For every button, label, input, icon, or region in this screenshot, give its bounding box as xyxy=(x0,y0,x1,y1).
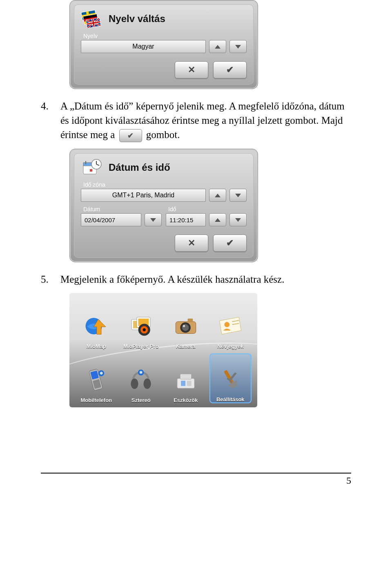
settings-icon xyxy=(216,365,245,394)
calendar-clock-icon xyxy=(81,158,104,177)
step-number: 4. xyxy=(41,99,53,142)
check-icon: ✔ xyxy=(226,65,234,75)
chevron-down-icon xyxy=(235,194,241,197)
phone-icon: ✽ xyxy=(82,366,111,395)
cancel-button[interactable]: ✕ xyxy=(175,235,208,252)
chevron-down-icon xyxy=(150,218,156,222)
chevron-down-icon xyxy=(235,218,241,222)
app-beallitasok[interactable]: Beállítások xyxy=(209,353,252,403)
language-value[interactable]: Magyar xyxy=(81,40,206,53)
app-label: Sztereó xyxy=(131,397,151,403)
app-sztereo[interactable]: ✽ Sztereó xyxy=(120,353,163,403)
main-screen: MioMap MioPlayer Pro xyxy=(69,293,257,407)
app-kamera[interactable]: Kamera xyxy=(165,299,207,349)
datetime-dialog: Dátum és idő Idő zóna GMT+1 Paris, Madri… xyxy=(69,149,258,262)
timezone-down-button[interactable] xyxy=(229,189,247,202)
step-number: 5. xyxy=(41,272,53,286)
chevron-up-icon xyxy=(215,194,220,197)
check-icon: ✔ xyxy=(127,131,134,141)
svg-rect-49 xyxy=(180,374,191,380)
confirm-button[interactable]: ✔ xyxy=(213,61,247,78)
svg-text:✽: ✽ xyxy=(139,371,143,375)
app-mioplayer[interactable]: MioPlayer Pro xyxy=(120,299,163,349)
svg-text:✽: ✽ xyxy=(100,371,103,376)
app-label: MioMap xyxy=(87,343,106,349)
contacts-icon xyxy=(216,312,245,341)
x-icon: ✕ xyxy=(188,65,195,75)
app-label: MioPlayer Pro xyxy=(123,343,159,349)
language-down-button[interactable] xyxy=(229,40,247,53)
step-4-text: 4. A „Dátum és idő” képernyő jelenik meg… xyxy=(41,99,351,142)
cancel-button[interactable]: ✕ xyxy=(175,61,208,78)
flags-icon xyxy=(81,9,104,29)
field-label-time: Idő xyxy=(168,206,247,212)
app-label: Mobiltelefon xyxy=(80,397,112,403)
date-down-button[interactable] xyxy=(145,213,162,226)
svg-point-36 xyxy=(225,322,230,327)
check-icon: ✔ xyxy=(226,238,234,248)
svg-rect-50 xyxy=(181,381,185,386)
language-up-button[interactable] xyxy=(209,40,226,53)
time-down-button[interactable] xyxy=(229,213,247,226)
svg-rect-32 xyxy=(187,319,193,322)
tools-icon xyxy=(171,366,200,395)
confirm-button[interactable]: ✔ xyxy=(213,235,247,252)
chevron-up-icon xyxy=(215,45,220,49)
app-mobil[interactable]: ✽ Mobiltelefon xyxy=(75,353,118,403)
step-4-part2: gombot. xyxy=(146,129,180,140)
app-miomap[interactable]: MioMap xyxy=(75,299,118,349)
step-5-body: Megjelenik a főképernyő. A készülék hasz… xyxy=(60,272,351,286)
svg-rect-48 xyxy=(177,379,194,389)
dialog-title: Nyelv váltás xyxy=(109,13,165,25)
app-nevjegyek[interactable]: Névjegyek xyxy=(209,299,252,349)
svg-rect-51 xyxy=(187,381,191,386)
app-label: Beállítások xyxy=(216,396,245,402)
footer-divider xyxy=(41,473,351,474)
media-icon xyxy=(126,312,156,341)
step-5-text: 5. Megjelenik a főképernyő. A készülék h… xyxy=(41,272,351,286)
field-label-language: Nyelv xyxy=(83,33,247,39)
field-label-date: Dátum xyxy=(83,206,162,212)
timezone-value[interactable]: GMT+1 Paris, Madrid xyxy=(81,189,206,202)
app-label: Eszközök xyxy=(174,397,198,403)
svg-rect-19 xyxy=(90,169,92,172)
step-4-part1: A „Dátum és idő” képernyő jelenik meg. A… xyxy=(60,101,345,140)
chevron-down-icon xyxy=(235,45,241,49)
app-label: Névjegyek xyxy=(217,343,243,349)
time-up-button[interactable] xyxy=(209,213,226,226)
headphones-icon: ✽ xyxy=(126,366,156,395)
globe-icon xyxy=(82,312,111,341)
inline-check-button: ✔ xyxy=(119,129,142,142)
x-icon: ✕ xyxy=(188,238,195,248)
svg-point-45 xyxy=(144,379,151,389)
svg-point-35 xyxy=(183,325,185,327)
svg-point-34 xyxy=(182,324,189,331)
svg-point-44 xyxy=(131,379,138,389)
chevron-up-icon xyxy=(215,218,220,222)
page-number: 5 xyxy=(41,475,351,486)
timezone-up-button[interactable] xyxy=(209,189,226,202)
svg-point-30 xyxy=(143,328,146,331)
dialog-title: Dátum és idő xyxy=(109,162,170,173)
field-label-timezone: Idő zóna xyxy=(83,181,247,188)
app-label: Kamera xyxy=(176,343,196,349)
camera-icon xyxy=(171,312,200,341)
app-eszkozok[interactable]: Eszközök xyxy=(165,353,207,403)
language-dialog: Nyelv váltás Nyelv Magyar ✕ ✔ xyxy=(69,0,258,89)
date-value[interactable]: 02/04/2007 xyxy=(81,213,141,226)
time-value[interactable]: 11:20:15 xyxy=(166,213,206,226)
